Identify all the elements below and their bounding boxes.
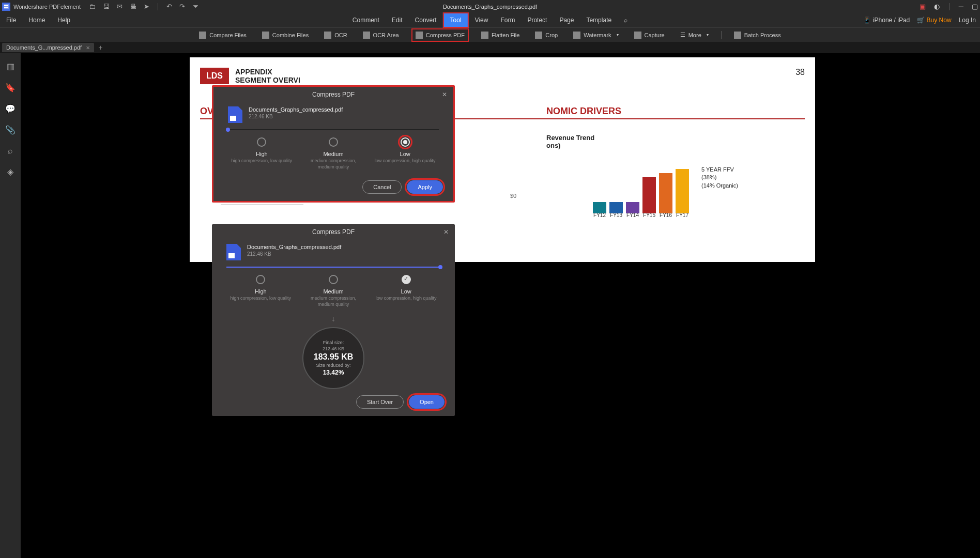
print-icon[interactable]: 🖶 bbox=[130, 3, 136, 10]
undo-icon[interactable]: ↶ bbox=[166, 3, 172, 10]
more-button[interactable]: ☰More▾ bbox=[677, 29, 712, 40]
compare-files-button[interactable]: Compare Files bbox=[196, 29, 250, 41]
slider-track[interactable] bbox=[226, 267, 440, 268]
menu-home[interactable]: Home bbox=[28, 17, 45, 24]
flatten-button[interactable]: Flatten File bbox=[478, 29, 523, 41]
chevron-down-icon: ▾ bbox=[707, 33, 709, 37]
close-icon[interactable]: ✕ bbox=[443, 228, 449, 236]
radio-icon[interactable] bbox=[401, 137, 410, 147]
x-axis-labels: FY12FY13FY14FY15FY16FY17 bbox=[593, 212, 689, 218]
close-icon[interactable]: ✕ bbox=[442, 91, 447, 98]
tab-tool[interactable]: Tool bbox=[443, 12, 469, 28]
attachment-icon[interactable]: 📎 bbox=[5, 125, 16, 135]
document-tab[interactable]: Documents_G...mpressed.pdf ✕ bbox=[2, 43, 94, 52]
new-tab-button[interactable]: + bbox=[98, 43, 102, 52]
divider bbox=[158, 3, 158, 10]
open-button[interactable]: Open bbox=[409, 395, 445, 409]
crop-button[interactable]: Crop bbox=[532, 29, 561, 41]
crop-icon bbox=[535, 32, 542, 39]
tab-comment[interactable]: Comment bbox=[346, 13, 386, 27]
device-button[interactable]: 📱iPhone / iPad bbox=[863, 17, 910, 24]
save-icon[interactable]: 🖫 bbox=[103, 3, 110, 10]
share-icon[interactable]: ➤ bbox=[144, 3, 149, 10]
close-tab-icon[interactable]: ✕ bbox=[86, 45, 90, 51]
bookmark-icon[interactable]: 🔖 bbox=[5, 83, 16, 92]
menu-file[interactable]: File bbox=[6, 17, 16, 24]
dialog-title: Compress PDF ✕ bbox=[213, 87, 453, 102]
bar bbox=[642, 177, 656, 213]
batch-button[interactable]: Batch Process bbox=[731, 29, 784, 41]
redo-icon[interactable]: ↷ bbox=[179, 3, 185, 10]
ocr-button[interactable]: OCR bbox=[321, 29, 350, 41]
login-button[interactable]: Log In bbox=[959, 17, 976, 24]
folder-icon[interactable]: 🗀 bbox=[89, 3, 96, 10]
tab-edit[interactable]: Edit bbox=[386, 13, 409, 27]
tab-protect[interactable]: Protect bbox=[521, 13, 553, 27]
more-icon: ☰ bbox=[680, 32, 685, 38]
bar bbox=[659, 173, 672, 213]
tab-form[interactable]: Form bbox=[494, 13, 521, 27]
svg-rect-0 bbox=[4, 4, 9, 9]
ocr-icon bbox=[324, 32, 331, 39]
file-icon bbox=[226, 244, 241, 260]
check-icon[interactable] bbox=[402, 275, 411, 284]
tab-convert[interactable]: Convert bbox=[409, 13, 443, 27]
radio-icon[interactable] bbox=[329, 137, 338, 147]
titlebar: Wondershare PDFelement 🗀 🖫 ✉ 🖶 ➤ ↶ ↷ ⏷ D… bbox=[0, 0, 980, 13]
mail-icon[interactable]: ✉ bbox=[117, 3, 122, 10]
bar-chart bbox=[593, 169, 689, 213]
buy-button[interactable]: 🛒 Buy Now bbox=[917, 17, 951, 24]
thumbnails-icon[interactable]: ▥ bbox=[7, 61, 14, 71]
app-name: Wondershare PDFelement bbox=[13, 4, 81, 10]
comments-icon[interactable]: 💬 bbox=[5, 104, 16, 114]
option-high[interactable]: High high compression, low quality bbox=[229, 275, 292, 307]
tab-template[interactable]: Template bbox=[580, 13, 618, 27]
expand-sidebar-icon[interactable]: ▸ bbox=[21, 53, 25, 558]
ffv-text: 5 YEAR FFV(38%)(14% Organic) bbox=[701, 166, 738, 190]
tab-label: Documents_G...mpressed.pdf bbox=[6, 44, 82, 51]
watermark-icon bbox=[573, 32, 580, 39]
option-low[interactable]: Low low compression, high quality bbox=[375, 275, 437, 307]
menu-help[interactable]: Help bbox=[57, 17, 70, 24]
compare-icon bbox=[199, 32, 206, 39]
file-icon bbox=[228, 106, 242, 123]
combine-files-button[interactable]: Combine Files bbox=[259, 29, 312, 41]
slider-track[interactable] bbox=[228, 129, 439, 130]
radio-icon[interactable] bbox=[257, 137, 266, 147]
radio-icon[interactable] bbox=[329, 275, 338, 284]
x-label: FY13 bbox=[609, 212, 623, 218]
screenshot-icon[interactable]: ▣ bbox=[920, 3, 926, 10]
layers-icon[interactable]: ◈ bbox=[7, 167, 13, 177]
cancel-button[interactable]: Cancel bbox=[362, 180, 402, 194]
tab-view[interactable]: View bbox=[469, 13, 495, 27]
maximize-icon[interactable]: ▢ bbox=[972, 3, 978, 10]
radio-icon[interactable] bbox=[256, 275, 265, 284]
tabbar: Documents_G...mpressed.pdf ✕ + bbox=[0, 42, 980, 53]
workspace: ▥ 🔖 💬 📎 ⌕ ◈ ▸ LDS APPENDIX SEGMENT OVERV… bbox=[0, 53, 980, 558]
tab-page[interactable]: Page bbox=[553, 13, 580, 27]
option-medium[interactable]: Medium medium compression, medium qualit… bbox=[302, 275, 364, 307]
search-panel-icon[interactable]: ⌕ bbox=[8, 146, 13, 156]
dropdown-icon[interactable]: ⏷ bbox=[192, 3, 199, 10]
apply-button[interactable]: Apply bbox=[407, 180, 443, 194]
sidebar: ▥ 🔖 💬 📎 ⌕ ◈ bbox=[0, 53, 21, 558]
bar bbox=[626, 202, 639, 213]
flatten-icon bbox=[481, 32, 488, 39]
search-icon[interactable]: ⌕ bbox=[618, 13, 634, 27]
ocr-area-button[interactable]: OCR Area bbox=[360, 29, 402, 41]
compress-pdf-button[interactable]: Compress PDF bbox=[411, 28, 469, 42]
capture-button[interactable]: Capture bbox=[631, 29, 668, 41]
option-low[interactable]: Low low compression, high quality bbox=[374, 137, 436, 170]
x-label: FY17 bbox=[676, 212, 689, 218]
theme-icon[interactable]: ◐ bbox=[934, 3, 940, 10]
canvas: LDS APPENDIX SEGMENT OVERVI 38 OVERVIEW … bbox=[25, 53, 980, 558]
dialog-title: Compress PDF ✕ bbox=[212, 224, 455, 240]
option-medium[interactable]: Medium medium compression, medium qualit… bbox=[302, 137, 364, 170]
minimize-icon[interactable]: ─ bbox=[959, 3, 963, 10]
option-high[interactable]: High high compression, low quality bbox=[231, 137, 293, 170]
watermark-button[interactable]: Watermark▾ bbox=[570, 29, 621, 41]
start-over-button[interactable]: Start Over bbox=[356, 395, 404, 409]
revenue-heading: Revenue Trendons) bbox=[546, 134, 594, 149]
result-circle: Final size: 212.46 KB 183.95 KB Size red… bbox=[302, 327, 364, 389]
compress-dialog-2: Compress PDF ✕ Documents_Graphs_compress… bbox=[212, 224, 455, 416]
